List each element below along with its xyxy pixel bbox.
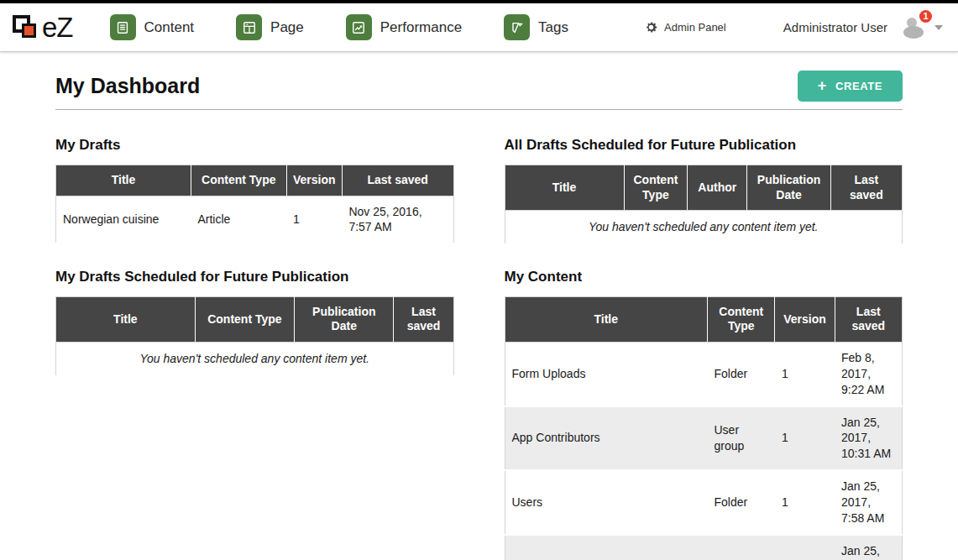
notification-badge[interactable]: 1 [918,8,934,24]
table-cell: Article [191,196,286,243]
table-row[interactable]: App ContributorsUser group1Jan 25, 2017,… [505,406,903,471]
content-icon [110,14,136,40]
table-row[interactable]: AppFolder1Jan 25, 2017, 7:55 AM [505,535,903,560]
column-header: Title [56,296,196,342]
user-name: Administrator User [783,20,887,34]
page-header: My Dashboard + CREATE [55,71,903,110]
table-cell: Users [505,470,708,535]
my-drafts-table: TitleContent TypeVersionLast savedNorweg… [55,165,454,244]
my-content-table: TitleContent TypeVersionLast savedForm U… [505,296,903,560]
table-cell: Norwegian cuisine [56,196,191,243]
column-header: Content Type [195,296,294,342]
empty-table-row: You haven't scheduled any content item y… [56,342,454,375]
column-header: Title [56,165,191,196]
table-row[interactable]: UsersFolder1Jan 25, 2017, 7:58 AM [505,470,903,535]
column-header: Content Type [624,165,688,211]
section-title-my-drafts: My Drafts [55,137,454,154]
create-button[interactable]: + CREATE [798,71,903,102]
column-header: Version [286,165,342,196]
table-cell: Feb 8, 2017, 9:22 AM [835,342,903,406]
table-cell: Folder [708,470,775,535]
section-my-drafts: My Drafts TitleContent TypeVersionLast s… [55,137,454,244]
table-cell: Jan 25, 2017, 7:58 AM [835,470,903,535]
table-header-row: TitleContent TypeVersionLast saved [56,165,454,196]
table-row[interactable]: Form UploadsFolder1Feb 8, 2017, 9:22 AM [505,342,903,406]
column-header: Publication Date [295,296,394,342]
column-header: Last saved [835,296,903,342]
page-icon [236,14,262,40]
all-drafts-scheduled-table: TitleContent TypeAuthorPublication DateL… [505,165,903,245]
performance-icon [346,14,372,40]
table-cell: 1 [286,196,342,243]
table-header-row: TitleContent TypePublication DateLast sa… [56,296,454,342]
nav-item-content[interactable]: Content [110,14,195,40]
column-header: Title [505,296,708,342]
dashboard-grid: My Drafts TitleContent TypeVersionLast s… [55,137,903,560]
table-cell: Jan 25, 2017, 10:31 AM [835,406,903,471]
nav-item-tags[interactable]: Tags [504,14,568,40]
section-title-my-content: My Content [505,269,903,285]
section-title-my-drafts-scheduled: My Drafts Scheduled for Future Publicati… [55,269,454,285]
empty-table-row: You haven't scheduled any content item y… [505,211,903,244]
my-drafts-scheduled-table: TitleContent TypePublication DateLast sa… [55,296,454,377]
table-cell: 1 [775,535,835,560]
nav-label-tags: Tags [538,19,568,36]
column-header: Content Type [191,165,286,196]
table-cell: User group [708,406,775,471]
user-avatar-icon[interactable]: 1 [899,14,928,41]
table-cell: Jan 25, 2017, 7:55 AM [835,535,903,560]
table-cell: Folder [708,535,775,560]
ez-logo-icon [12,13,42,42]
avatar-torso [903,26,924,39]
main-nav: Content Page Performance [110,14,611,40]
ez-logo-orange-square [22,24,36,38]
column-header: Title [505,165,624,211]
top-navigation-bar: eZ Content Pag [0,0,958,52]
column-header: Content Type [708,296,775,342]
section-my-content: My Content TitleContent TypeVersionLast … [505,269,903,560]
empty-message: You haven't scheduled any content item y… [505,211,903,244]
caret-down-icon[interactable] [934,25,943,30]
column-header: Publication Date [747,165,830,211]
table-cell: 1 [775,470,835,535]
nav-item-performance[interactable]: Performance [346,14,462,40]
table-cell: 1 [775,406,835,471]
admin-panel-button[interactable]: Admin Panel [644,20,726,34]
gear-icon [644,20,658,34]
table-cell: Folder [708,342,775,406]
plus-icon: + [818,81,827,92]
user-area: Administrator User 1 [783,14,943,41]
nav-label-page: Page [270,19,304,36]
empty-message: You haven't scheduled any content item y… [56,342,454,375]
page-title: My Dashboard [55,74,200,98]
ez-logo[interactable]: eZ [12,13,73,42]
column-header: Version [775,296,835,342]
column-header: Author [688,165,747,211]
table-row[interactable]: Norwegian cuisineArticle1Nov 25, 2016, 7… [56,196,454,243]
table-cell: App Contributors [505,406,708,471]
table-cell: App [505,535,708,560]
table-header-row: TitleContent TypeAuthorPublication DateL… [505,165,903,211]
table-header-row: TitleContent TypeVersionLast saved [505,296,903,342]
table-cell: Nov 25, 2016, 7:57 AM [342,196,453,243]
table-cell: Form Uploads [505,342,708,406]
nav-label-performance: Performance [380,19,462,36]
dashboard-content: My Dashboard + CREATE My Drafts TitleCon… [0,71,958,560]
tags-icon [504,14,530,40]
column-header: Last saved [394,296,453,342]
ez-logo-text: eZ [42,13,73,41]
create-button-label: CREATE [835,80,882,92]
nav-item-page[interactable]: Page [236,14,304,40]
section-my-drafts-scheduled: My Drafts Scheduled for Future Publicati… [55,269,454,377]
section-all-drafts-scheduled: All Drafts Scheduled for Future Publicat… [505,137,903,245]
nav-label-content: Content [144,19,195,36]
column-header: Last saved [342,165,453,196]
admin-panel-label: Admin Panel [664,21,726,34]
table-cell: 1 [775,342,835,406]
column-header: Last saved [830,165,902,211]
section-title-all-drafts-scheduled: All Drafts Scheduled for Future Publicat… [505,137,903,154]
